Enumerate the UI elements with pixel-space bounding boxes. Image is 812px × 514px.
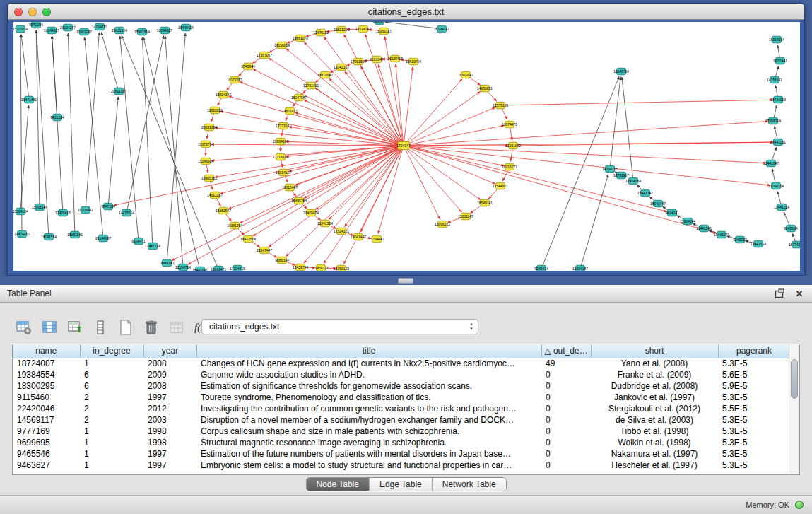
table-chooser-dropdown[interactable]: citations_edges.txt ▲▼ <box>201 319 478 334</box>
graph-node[interactable]: 10471441 <box>21 96 37 103</box>
graph-node[interactable]: 9245104 <box>784 225 798 232</box>
citation-network-graph[interactable]: 1724047180521671761474720821226124751121… <box>13 22 800 271</box>
graph-node[interactable]: 11073794 <box>198 141 213 148</box>
graph-node[interactable]: 12610651 <box>207 107 223 114</box>
graph-node[interactable]: 14151041 <box>767 76 782 83</box>
graph-node[interactable]: 18015447 <box>282 184 298 191</box>
graph-node[interactable]: 15134947 <box>369 235 384 243</box>
column-header-name[interactable]: name <box>13 344 80 358</box>
graph-node[interactable]: 16962547 <box>216 207 231 214</box>
graph-node[interactable]: 9571204 <box>29 22 43 28</box>
new-column-icon[interactable] <box>116 318 135 337</box>
graph-node[interactable]: 9227441 <box>773 57 787 64</box>
delete-column-icon[interactable] <box>141 318 160 337</box>
graph-node[interactable]: 16105441 <box>78 206 93 214</box>
graph-node[interactable]: 17081504 <box>351 58 366 65</box>
graph-node[interactable]: 16648794 <box>613 68 629 75</box>
graph-node[interactable]: 14104710 <box>92 23 107 30</box>
graph-node[interactable]: 16016271 <box>502 163 517 170</box>
graph-node[interactable]: 10441514 <box>774 204 789 211</box>
graph-node[interactable]: 14611421 <box>282 107 298 115</box>
table-row[interactable]: 1872400712008Changes of HCN gene express… <box>13 358 790 369</box>
graph-node[interactable]: 18440424 <box>178 24 194 31</box>
graph-node[interactable]: 16014127 <box>276 169 291 176</box>
row-height-icon[interactable] <box>90 318 110 337</box>
table-row[interactable]: 1456911722003Disruption of a novel membe… <box>13 414 790 426</box>
graph-node[interactable]: 1724047 <box>396 142 411 150</box>
graph-node[interactable]: 14512267 <box>207 192 223 199</box>
close-panel-icon[interactable]: ✕ <box>794 288 805 299</box>
graph-node[interactable]: 20450474 <box>303 209 319 216</box>
graph-node[interactable]: 10841471 <box>211 266 226 271</box>
graph-node[interactable]: 16109415 <box>387 55 403 62</box>
float-panel-icon[interactable] <box>774 288 785 299</box>
graph-node[interactable]: 18041447 <box>650 200 666 207</box>
column-header-short[interactable]: short <box>591 344 718 358</box>
graph-node[interactable]: 15048914 <box>198 158 213 165</box>
graph-node[interactable]: 16441074 <box>714 231 729 238</box>
show-columns-icon[interactable] <box>40 318 59 337</box>
graph-node[interactable]: 16156059 <box>274 42 290 49</box>
graph-node[interactable]: 11454321 <box>313 264 329 271</box>
graph-node[interactable]: 12404147 <box>572 265 588 271</box>
graph-node[interactable]: 17524101 <box>334 228 349 235</box>
table-settings-icon[interactable] <box>14 318 33 337</box>
graph-node[interactable]: 10904154 <box>625 177 641 185</box>
graph-node[interactable]: 12044107 <box>157 27 172 34</box>
table-row[interactable]: 1938455462009Genome-wide association stu… <box>13 369 790 380</box>
graph-node[interactable]: 11544901 <box>493 182 508 189</box>
graph-node[interactable]: 18423514 <box>240 235 256 243</box>
graph-node[interactable]: 15914104 <box>769 36 784 43</box>
table-row[interactable]: 969969511998Structural magnetic resonanc… <box>13 437 790 448</box>
graph-node[interactable]: 8163044 <box>372 22 387 25</box>
table-row[interactable]: 1830029562008Estimation of significance … <box>13 380 790 392</box>
graph-node[interactable]: 18810047 <box>317 71 333 78</box>
graph-node[interactable]: 12441047 <box>763 160 779 167</box>
graph-node[interactable]: 15441741 <box>637 189 653 197</box>
graph-node[interactable]: 15456784 <box>293 264 308 271</box>
column-header-year[interactable]: year <box>143 344 196 358</box>
graph-node[interactable]: 20631294 <box>201 124 217 131</box>
graph-node[interactable]: 9415104 <box>50 114 64 121</box>
import-table-icon[interactable] <box>65 318 84 337</box>
graph-node[interactable]: 12441514 <box>751 240 766 247</box>
graph-node[interactable]: 19965361 <box>201 175 217 182</box>
graph-node[interactable]: 15495754 <box>291 197 307 204</box>
graph-node[interactable]: 16750123 <box>334 265 349 271</box>
graph-node[interactable]: 12216104 <box>273 153 288 160</box>
graph-node[interactable]: 10674471 <box>502 121 517 128</box>
panel-splitter-handle[interactable] <box>398 278 413 284</box>
graph-node[interactable]: 18052167 <box>376 28 392 35</box>
graph-node[interactable]: 14415014 <box>119 209 134 216</box>
graph-node[interactable]: 20904147 <box>273 138 288 145</box>
graph-node[interactable]: 10996151 <box>435 221 450 228</box>
graph-node[interactable]: 15905144 <box>32 204 47 211</box>
tab-network-table[interactable]: Network Table <box>433 478 506 491</box>
graph-node[interactable]: 14850831 <box>477 85 493 92</box>
tab-node-table[interactable]: Node Table <box>306 478 370 491</box>
column-header-in_degree[interactable]: in_degree <box>80 344 143 358</box>
graph-node[interactable]: 10244107 <box>44 27 59 34</box>
table-row[interactable]: 977716911998Corpus callosum shape and si… <box>13 426 790 437</box>
graph-node[interactable]: 9747104 <box>101 203 115 210</box>
graph-node[interactable]: 17357067 <box>257 52 272 59</box>
graph-node[interactable]: 20611304 <box>112 27 127 34</box>
graph-node[interactable]: 19734103 <box>770 96 786 103</box>
graph-node[interactable]: 17773141 <box>276 122 291 129</box>
graph-node[interactable]: 9104471 <box>131 238 146 245</box>
graph-node[interactable]: 11447514 <box>145 243 160 250</box>
graph-node[interactable]: 12470415 <box>55 209 71 216</box>
disabled-table-icon[interactable] <box>167 318 186 337</box>
graph-node[interactable]: 9245014 <box>534 265 548 271</box>
table-row[interactable]: 911546021997Tourette syndrome. Phenomeno… <box>13 392 790 403</box>
graph-node[interactable]: 10474410 <box>14 230 30 238</box>
graph-node[interactable]: 16841041 <box>159 259 175 267</box>
graph-node[interactable]: 15958104 <box>765 117 781 124</box>
graph-node[interactable]: 19041447 <box>351 233 366 240</box>
graph-node[interactable]: 15824347 <box>216 91 231 98</box>
graph-node[interactable]: 20144107 <box>95 235 111 242</box>
graph-node[interactable]: 17704154 <box>768 182 784 189</box>
column-header-title[interactable]: title <box>196 344 541 358</box>
network-canvas[interactable]: 1724047180521671761474720821226124751121… <box>13 22 800 271</box>
column-header-pagerank[interactable]: pagerank <box>718 344 790 358</box>
